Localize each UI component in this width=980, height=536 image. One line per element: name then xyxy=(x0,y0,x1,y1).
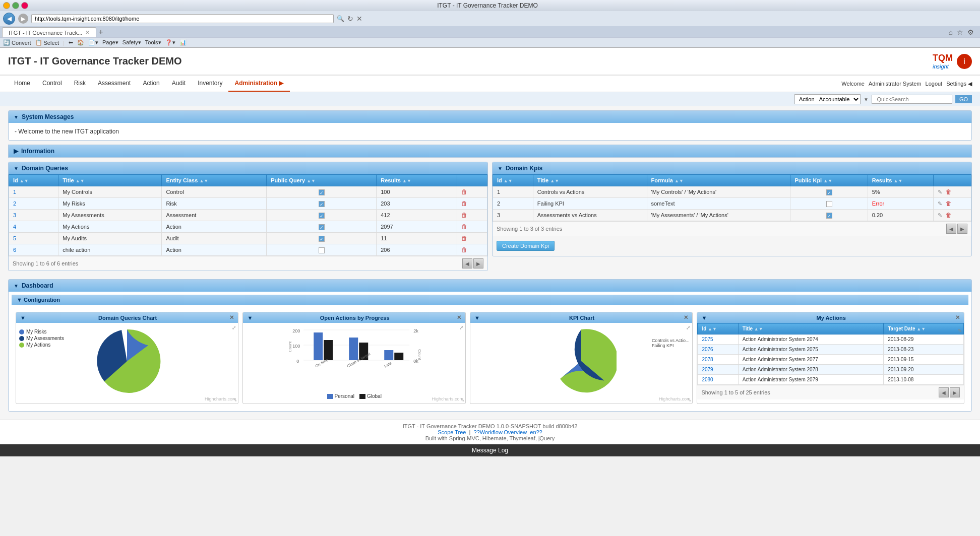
create-kpi-button[interactable]: Create Domain Kpi xyxy=(497,241,555,251)
edit-icon[interactable]: ✎ xyxy=(938,189,942,195)
ma-col-title[interactable]: Title ▲▼ xyxy=(738,323,884,334)
row-id-link[interactable]: 5 xyxy=(13,235,16,241)
nav-assessment[interactable]: Assessment xyxy=(92,76,137,92)
nav-administration[interactable]: Administration ▶ xyxy=(228,76,289,92)
ma-prev-btn[interactable]: ◀ xyxy=(939,387,949,397)
search-filter-select[interactable]: Action - Accountable xyxy=(794,94,861,104)
row-id-link[interactable]: 1 xyxy=(13,189,16,195)
ma-next-btn[interactable]: ▶ xyxy=(950,387,960,397)
kpi-col-title[interactable]: Title ▲▼ xyxy=(533,175,647,186)
toolbar-btn-5[interactable]: Safety▾ xyxy=(122,39,141,46)
settings-gear-icon[interactable]: ⚙ xyxy=(967,28,974,36)
delete-icon[interactable]: 🗑 xyxy=(461,246,467,253)
col-title[interactable]: Title ▲▼ xyxy=(58,175,162,186)
kpi-col-public[interactable]: Public Kpi ▲▼ xyxy=(790,175,868,186)
kpi-col-results[interactable]: Results ▲▼ xyxy=(868,175,933,186)
row-id-link[interactable]: 3 xyxy=(13,212,16,218)
col-results[interactable]: Results ▲▼ xyxy=(377,175,457,186)
action-id-link[interactable]: 2079 xyxy=(702,367,713,372)
action-id-link[interactable]: 2075 xyxy=(702,337,713,342)
toolbar-btn-6[interactable]: Tools▾ xyxy=(145,39,161,46)
action-id-link[interactable]: 2080 xyxy=(702,377,713,382)
col-public-query[interactable]: Public Query ▲▼ xyxy=(267,175,377,186)
kpi-chart-zoom-icon[interactable]: ⤢ xyxy=(686,325,690,330)
nav-home[interactable]: Home xyxy=(8,76,36,92)
oa-resize-handle[interactable]: ⤡ xyxy=(460,397,464,403)
delete-icon[interactable]: 🗑 xyxy=(461,212,467,219)
ma-add-icon[interactable]: ✎ xyxy=(958,327,962,333)
kpi-resize-handle[interactable]: ⤡ xyxy=(687,397,691,403)
toolbar-btn-1[interactable]: ⬅ xyxy=(69,39,73,46)
new-tab-button[interactable]: + xyxy=(98,28,103,37)
nav-action[interactable]: Action xyxy=(137,76,165,92)
col-id[interactable]: Id ▲▼ xyxy=(9,175,58,186)
nav-inventory[interactable]: Inventory xyxy=(192,76,228,92)
col-entity-class[interactable]: Entity Class ▲▼ xyxy=(162,175,267,186)
kpi-col-formula[interactable]: Formula ▲▼ xyxy=(647,175,790,186)
system-messages-header[interactable]: ▼ System Messages xyxy=(9,111,971,123)
domain-kpis-header[interactable]: ▼ Domain Kpis xyxy=(493,162,971,174)
toolbar-btn-3[interactable]: 📄▾ xyxy=(88,39,98,46)
footer-workflow-link[interactable]: ??Workflow.Overview_en?? xyxy=(474,429,542,435)
delete-icon[interactable]: 🗑 xyxy=(461,223,467,230)
maximize-btn[interactable] xyxy=(12,2,19,9)
delete-icon[interactable]: 🗑 xyxy=(946,200,952,207)
star-icon[interactable]: ☆ xyxy=(957,28,963,36)
convert-button[interactable]: 🔄 Convert xyxy=(3,39,31,46)
nav-logout[interactable]: Logout xyxy=(926,81,943,87)
dashboard-header[interactable]: ▼ Dashboard xyxy=(9,280,971,292)
kpi-next-btn[interactable]: ▶ xyxy=(957,224,967,234)
dq-chart-close-icon[interactable]: ✕ xyxy=(229,314,234,321)
message-log-bar[interactable]: Message Log xyxy=(0,444,980,456)
address-input[interactable] xyxy=(31,14,334,23)
ma-col-target-date[interactable]: Target Date ▲▼ xyxy=(884,323,964,334)
quick-search-input[interactable] xyxy=(872,95,952,104)
toolbar-btn-2[interactable]: 🏠 xyxy=(77,39,84,46)
minimize-btn[interactable] xyxy=(3,2,10,9)
row-id-link[interactable]: 2 xyxy=(13,200,16,207)
refresh-icon[interactable]: ↻ xyxy=(347,15,353,23)
dq-prev-btn[interactable]: ◀ xyxy=(462,258,472,269)
back-button[interactable]: ◀ xyxy=(3,13,15,25)
delete-icon[interactable]: 🗑 xyxy=(946,212,952,219)
nav-audit[interactable]: Audit xyxy=(166,76,192,92)
dq-next-btn[interactable]: ▶ xyxy=(473,258,483,269)
toolbar-btn-8[interactable]: 📊 xyxy=(179,39,187,46)
active-tab[interactable]: ITGT - IT Governance Track... ✕ xyxy=(2,27,96,37)
delete-icon[interactable]: 🗑 xyxy=(461,188,467,195)
resize-handle[interactable]: ⤡ xyxy=(233,397,237,403)
delete-icon[interactable]: 🗑 xyxy=(461,200,467,207)
delete-icon[interactable]: 🗑 xyxy=(946,188,952,195)
tab-close-icon[interactable]: ✕ xyxy=(85,29,90,36)
select-button[interactable]: 📋 Select xyxy=(35,39,59,46)
delete-icon[interactable]: 🗑 xyxy=(461,235,467,242)
kpi-col-id[interactable]: Id ▲▼ xyxy=(493,175,533,186)
configuration-header[interactable]: ▼ Configuration xyxy=(12,295,968,305)
row-id-link[interactable]: 6 xyxy=(13,247,16,253)
close-btn[interactable] xyxy=(21,2,28,9)
nav-settings[interactable]: Settings ◀ xyxy=(946,81,972,87)
ma-col-id[interactable]: Id ▲▼ xyxy=(698,323,738,334)
nav-control[interactable]: Control xyxy=(36,76,68,92)
chart-zoom-icon[interactable]: ⤢ xyxy=(232,325,236,330)
information-header[interactable]: ▶ Information xyxy=(9,145,971,157)
go-button[interactable]: GO xyxy=(955,95,972,103)
kpi-prev-btn[interactable]: ◀ xyxy=(946,224,956,234)
ma-close-icon[interactable]: ✕ xyxy=(955,314,960,321)
toolbar-btn-7[interactable]: ❓▾ xyxy=(165,39,175,46)
close-x-icon[interactable]: ✕ xyxy=(356,15,362,23)
row-id-link[interactable]: 4 xyxy=(13,224,16,230)
edit-icon[interactable]: ✎ xyxy=(938,212,942,218)
nav-risk[interactable]: Risk xyxy=(68,76,92,92)
action-id-link[interactable]: 2076 xyxy=(702,347,713,352)
forward-button[interactable]: ▶ xyxy=(18,14,28,24)
oa-chart-zoom-icon[interactable]: ⤢ xyxy=(459,325,463,330)
domain-queries-header[interactable]: ▼ Domain Queries xyxy=(9,162,487,174)
footer-scope-tree-link[interactable]: Scope Tree xyxy=(438,429,466,435)
oa-chart-close-icon[interactable]: ✕ xyxy=(457,314,461,321)
toolbar-btn-4[interactable]: Page▾ xyxy=(102,39,118,46)
action-id-link[interactable]: 2078 xyxy=(702,357,713,362)
nav-admin-system[interactable]: Administrator System xyxy=(869,81,922,87)
kpi-chart-close-icon[interactable]: ✕ xyxy=(684,314,688,321)
edit-icon[interactable]: ✎ xyxy=(938,200,942,207)
